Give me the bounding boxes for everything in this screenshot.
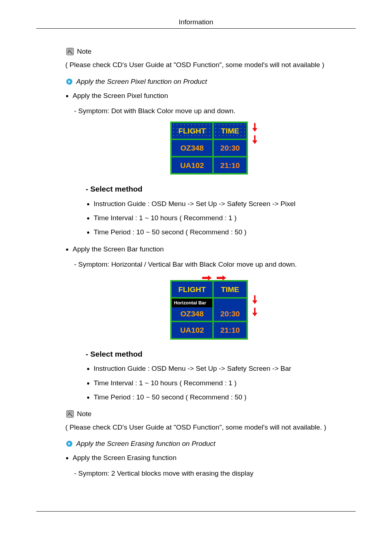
note-icon [65, 47, 75, 56]
page-header: Information [36, 18, 356, 29]
table-cell: UA102 [171, 321, 213, 339]
list-item: Time Period : 10 ~ 50 second ( Recommend… [94, 227, 356, 237]
table-cell: 21:10 [213, 321, 247, 339]
list-item: Time Period : 10 ~ 50 second ( Recommend… [94, 392, 356, 402]
flight-table-bar: FLIGHT TIME Horizontal Bar OZ348 20:30 [170, 280, 248, 340]
bar-bullet: Apply the Screen Bar function [73, 245, 164, 253]
th-time: TIME [213, 281, 247, 298]
list-item: Apply the Screen Pixel function - Sympto… [73, 91, 356, 238]
table-cell: 21:10 [213, 157, 247, 174]
select-method-header: - Select method [86, 348, 356, 360]
arrow-bullet-icon [65, 440, 73, 448]
note-text: ( Please check CD's User Guide at "OSD F… [65, 60, 356, 70]
bar-symptom: - Symptom: Horizontal / Vertical Bar wit… [74, 259, 356, 270]
note-icon [65, 409, 75, 419]
down-arrow-icon [252, 295, 258, 305]
arrow-bullet-icon [65, 78, 73, 86]
list-item: Instruction Guide : OSD Menu -> Set Up -… [94, 198, 356, 209]
down-arrow-icon [252, 307, 258, 317]
list-item: Apply the Screen Erasing function - Symp… [73, 453, 356, 479]
select-method-header: - Select method [86, 183, 356, 195]
table-cell: 20:30 [213, 298, 247, 321]
table-cell: UA102 [171, 157, 213, 174]
list-item: Instruction Guide : OSD Menu -> Set Up -… [94, 363, 356, 374]
list-item: Time Interval : 1 ~ 10 hours ( Recommend… [94, 213, 356, 223]
list-item: Time Interval : 1 ~ 10 hours ( Recommend… [94, 378, 356, 388]
th-flight: FLIGHT [178, 127, 206, 135]
erase-bullet: Apply the Screen Erasing function [73, 454, 176, 461]
note-label: Note [77, 48, 91, 56]
table-cell: 20:30 [213, 139, 247, 157]
th-flight: FLIGHT [171, 281, 213, 298]
th-time: TIME [221, 127, 239, 135]
table-cell: OZ348 [172, 307, 212, 321]
footer-divider [36, 511, 356, 512]
horizontal-bar-label: Horizontal Bar [172, 299, 212, 307]
pixel-symptom: - Symptom: Dot with Black Color move up … [74, 106, 356, 116]
section-erasing-title: Apply the Screen Erasing function on Pro… [76, 440, 215, 448]
down-arrow-icon [252, 122, 258, 132]
note-label: Note [77, 410, 91, 418]
pixel-bullet: Apply the Screen Pixel function [73, 92, 168, 99]
note-text: ( Please check CD's User Guide at "OSD F… [65, 422, 356, 433]
down-arrow-icon [252, 135, 258, 145]
erase-symptom: - Symptom: 2 Vertical blocks move with e… [74, 468, 356, 479]
flight-table-pixel: FLIGHT TIME OZ348 20:30 [170, 122, 248, 175]
table-cell: OZ348 [171, 139, 213, 157]
list-item: Apply the Screen Bar function - Symptom:… [73, 244, 356, 403]
section-pixel-title: Apply the Screen Pixel function on Produ… [76, 78, 207, 86]
